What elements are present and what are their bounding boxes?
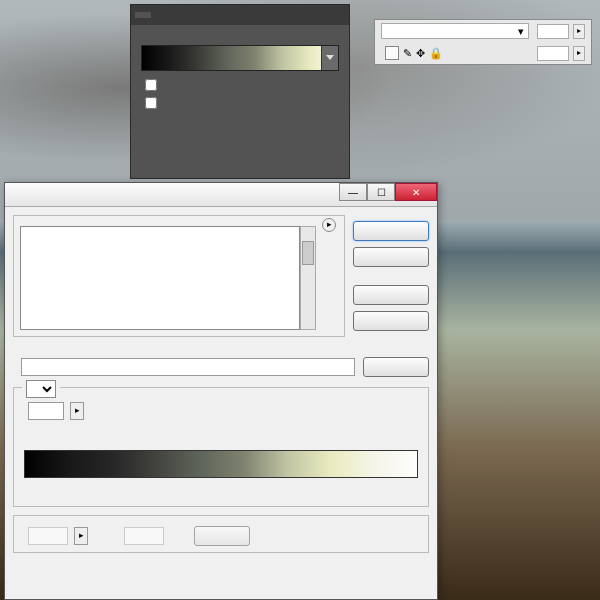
reverse-checkbox[interactable] bbox=[145, 97, 335, 109]
name-input[interactable] bbox=[21, 358, 355, 376]
gradient-type-fieldset: ▸ bbox=[13, 387, 429, 507]
opacity-flyout[interactable]: ▸ bbox=[573, 24, 585, 39]
dither-checkbox[interactable] bbox=[145, 79, 335, 91]
stop-opacity-stepper: ▸ bbox=[74, 527, 88, 545]
preset-grid bbox=[20, 226, 300, 330]
close-button[interactable]: ✕ bbox=[395, 183, 437, 201]
presets-menu-icon[interactable]: ▸ bbox=[322, 218, 336, 232]
gradient-preview[interactable] bbox=[141, 45, 339, 71]
adjustment-title bbox=[131, 25, 349, 37]
stop-location-input bbox=[124, 527, 164, 545]
new-button[interactable] bbox=[363, 357, 429, 377]
smoothness-input[interactable] bbox=[28, 402, 64, 420]
adjustments-panel bbox=[130, 4, 350, 179]
lock-transparency-icon[interactable] bbox=[385, 46, 399, 60]
layer-blend-panel: ▾ ▸ ✎ ✥ 🔒 ▸ bbox=[374, 19, 592, 65]
load-button[interactable] bbox=[353, 285, 429, 305]
delete-stop-button bbox=[194, 526, 250, 546]
cancel-button[interactable] bbox=[353, 247, 429, 267]
lock-move-icon[interactable]: ✥ bbox=[416, 47, 425, 60]
save-button[interactable] bbox=[353, 311, 429, 331]
presets-fieldset: ▸ bbox=[13, 215, 345, 337]
gradient-editor-window: — ☐ ✕ ▸ bbox=[4, 182, 438, 600]
minimize-button[interactable]: — bbox=[339, 183, 367, 201]
lock-all-icon[interactable]: 🔒 bbox=[429, 47, 443, 60]
gradient-type-select[interactable] bbox=[26, 380, 56, 398]
maximize-button[interactable]: ☐ bbox=[367, 183, 395, 201]
lock-brush-icon[interactable]: ✎ bbox=[403, 47, 412, 60]
tab-brush[interactable] bbox=[153, 12, 169, 18]
opacity-value[interactable] bbox=[537, 24, 569, 39]
presets-scrollbar[interactable] bbox=[300, 226, 316, 330]
dropdown-icon[interactable] bbox=[326, 55, 334, 60]
stops-fieldset: ▸ bbox=[13, 515, 429, 553]
tab-adjustments[interactable] bbox=[135, 12, 151, 18]
stop-opacity-input bbox=[28, 527, 68, 545]
fill-value[interactable] bbox=[537, 46, 569, 61]
window-titlebar[interactable]: — ☐ ✕ bbox=[5, 183, 437, 207]
smoothness-stepper[interactable]: ▸ bbox=[70, 402, 84, 420]
fill-flyout[interactable]: ▸ bbox=[573, 46, 585, 61]
gradient-bar[interactable] bbox=[24, 450, 418, 478]
ok-button[interactable] bbox=[353, 221, 429, 241]
blend-mode-select[interactable]: ▾ bbox=[381, 23, 529, 39]
